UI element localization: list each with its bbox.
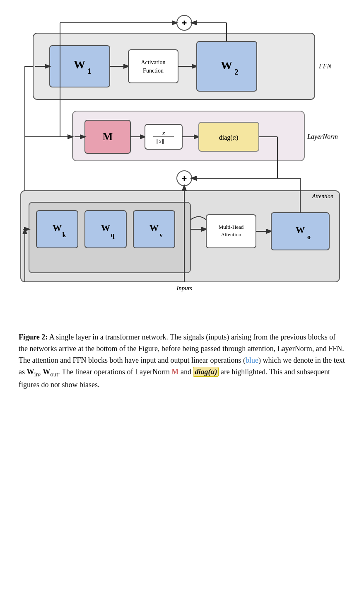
svg-text:k: k <box>63 231 66 238</box>
svg-text:W: W <box>149 223 159 233</box>
svg-text:W: W <box>74 58 85 71</box>
svg-text:W: W <box>101 223 110 233</box>
svg-text:Function: Function <box>143 68 164 74</box>
win-sub: in <box>34 371 39 377</box>
svg-text:o: o <box>307 233 311 240</box>
svg-text:Inputs: Inputs <box>176 285 192 291</box>
caption-text-1: A single layer in a transformer network.… <box>19 333 345 389</box>
svg-text:Multi-Head: Multi-Head <box>219 224 244 230</box>
svg-text:M: M <box>103 131 113 143</box>
svg-text:FFN: FFN <box>318 63 332 70</box>
svg-text:Attention: Attention <box>221 231 241 238</box>
svg-text:q: q <box>111 231 115 239</box>
svg-text:+: + <box>182 173 187 184</box>
win-label: W <box>27 368 34 376</box>
diag-highlight: diag(α) <box>193 367 219 377</box>
svg-text:LayerNorm: LayerNorm <box>307 133 338 141</box>
svg-text:W: W <box>53 223 62 233</box>
wout-label: W <box>43 368 50 376</box>
blue-highlight: blue <box>246 356 258 364</box>
figure-caption: Figure 2: A single layer in a transforme… <box>12 332 352 390</box>
svg-text:+: + <box>182 18 187 28</box>
svg-text:W: W <box>296 225 305 235</box>
figure-label: Figure 2: <box>19 333 48 341</box>
svg-rect-5 <box>128 50 178 83</box>
svg-text:diag(α): diag(α) <box>219 134 239 141</box>
svg-text:2: 2 <box>235 68 239 76</box>
svg-text:‖x‖: ‖x‖ <box>156 138 165 144</box>
wout-sub: out <box>50 371 58 377</box>
svg-text:x: x <box>162 130 165 136</box>
svg-text:Attention: Attention <box>312 193 333 199</box>
svg-text:v: v <box>159 231 163 238</box>
svg-text:W: W <box>221 59 232 72</box>
svg-text:Activation: Activation <box>141 59 165 65</box>
M-highlight: M <box>171 368 178 376</box>
svg-text:1: 1 <box>88 67 92 75</box>
